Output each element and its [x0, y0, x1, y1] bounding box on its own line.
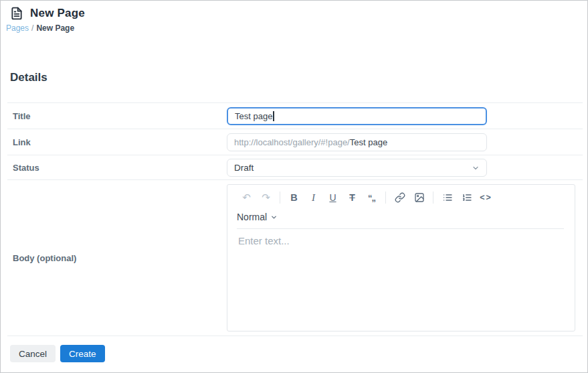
- undo-icon[interactable]: ↶: [237, 190, 256, 206]
- new-page-window: New Page Pages / New Page Details Title …: [0, 0, 588, 373]
- page-document-icon: [10, 7, 23, 20]
- status-row: Status Draft: [7, 155, 583, 179]
- paragraph-style-select[interactable]: Normal: [237, 212, 278, 222]
- status-label: Status: [7, 163, 227, 173]
- details-heading: Details: [10, 71, 47, 84]
- title-label: Title: [7, 111, 227, 121]
- status-select[interactable]: Draft: [227, 159, 487, 177]
- breadcrumb-pages-link[interactable]: Pages: [6, 23, 29, 33]
- body-label: Body (optional): [7, 253, 227, 263]
- title-row: Title Test page: [7, 102, 583, 129]
- redo-icon[interactable]: ↷: [256, 190, 276, 206]
- rich-text-editor: ↶ ↷ B I U T “„: [227, 184, 575, 331]
- text-caret: [273, 111, 274, 121]
- toolbar-divider: [433, 192, 433, 204]
- bold-icon[interactable]: B: [284, 190, 304, 206]
- create-button[interactable]: Create: [60, 345, 105, 362]
- paragraph-style-row: Normal: [227, 208, 575, 226]
- page-title: New Page: [30, 7, 85, 20]
- editor-toolbar: ↶ ↷ B I U T “„: [227, 185, 575, 208]
- body-row: Body (optional) ↶ ↷ B I U T “„: [7, 179, 583, 336]
- ordered-list-icon[interactable]: [457, 190, 476, 206]
- link-input[interactable]: http://localhost/gallery/#!page/ Test pa…: [227, 133, 487, 151]
- title-input[interactable]: Test page: [227, 107, 487, 125]
- form-actions: Cancel Create: [10, 345, 105, 362]
- chevron-down-icon: [472, 164, 480, 172]
- status-selected-value: Draft: [234, 163, 254, 173]
- link-url-suffix: Test page: [350, 137, 387, 147]
- code-icon[interactable]: <>: [476, 190, 496, 206]
- link-icon[interactable]: [390, 190, 409, 206]
- title-input-value: Test page: [235, 111, 272, 121]
- link-url-prefix: http://localhost/gallery/#!page/: [234, 137, 350, 147]
- breadcrumb-current: New Page: [36, 23, 74, 33]
- body-text-area[interactable]: Enter text...: [227, 229, 575, 328]
- link-row: Link http://localhost/gallery/#!page/ Te…: [7, 129, 583, 155]
- paragraph-style-value: Normal: [237, 212, 267, 222]
- page-header: New Page: [10, 7, 85, 20]
- link-label: Link: [7, 137, 227, 147]
- breadcrumb-separator: /: [31, 23, 33, 33]
- bullet-list-icon[interactable]: [437, 190, 457, 206]
- image-icon[interactable]: [409, 190, 429, 206]
- strikethrough-icon[interactable]: T: [342, 190, 362, 206]
- toolbar-divider: [280, 192, 280, 204]
- cancel-button[interactable]: Cancel: [10, 345, 56, 362]
- chevron-down-icon: [270, 214, 278, 221]
- italic-icon[interactable]: I: [304, 190, 323, 206]
- underline-icon[interactable]: U: [323, 190, 342, 206]
- blockquote-icon[interactable]: “„: [362, 190, 381, 206]
- details-form: Title Test page Link http://localhost/ga…: [7, 102, 583, 336]
- toolbar-divider: [385, 192, 386, 204]
- breadcrumb: Pages / New Page: [6, 23, 74, 33]
